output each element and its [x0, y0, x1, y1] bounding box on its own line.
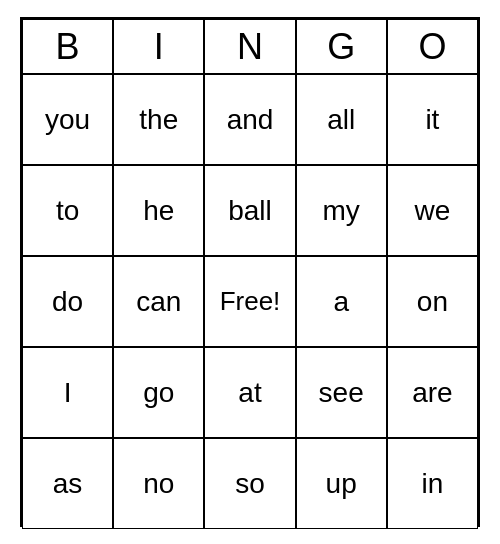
cell-free[interactable]: Free!: [204, 256, 295, 347]
cell-r2c3[interactable]: ball: [204, 165, 295, 256]
cell-r4c3[interactable]: at: [204, 347, 295, 438]
cell-r1c3[interactable]: and: [204, 74, 295, 165]
cell-r1c4[interactable]: all: [296, 74, 387, 165]
cell-r4c4[interactable]: see: [296, 347, 387, 438]
header-n: N: [204, 19, 295, 74]
cell-r5c3[interactable]: so: [204, 438, 295, 529]
cell-r3c2[interactable]: can: [113, 256, 204, 347]
cell-r1c2[interactable]: the: [113, 74, 204, 165]
header-i: I: [113, 19, 204, 74]
cell-r4c1[interactable]: I: [22, 347, 113, 438]
cell-r3c1[interactable]: do: [22, 256, 113, 347]
cell-r2c1[interactable]: to: [22, 165, 113, 256]
cell-r2c5[interactable]: we: [387, 165, 478, 256]
cell-r4c2[interactable]: go: [113, 347, 204, 438]
cell-r5c5[interactable]: in: [387, 438, 478, 529]
cell-r3c5[interactable]: on: [387, 256, 478, 347]
cell-r2c2[interactable]: he: [113, 165, 204, 256]
cell-r5c2[interactable]: no: [113, 438, 204, 529]
cell-r1c5[interactable]: it: [387, 74, 478, 165]
cell-r5c1[interactable]: as: [22, 438, 113, 529]
header-b: B: [22, 19, 113, 74]
cell-r3c4[interactable]: a: [296, 256, 387, 347]
cell-r4c5[interactable]: are: [387, 347, 478, 438]
cell-r1c1[interactable]: you: [22, 74, 113, 165]
header-o: O: [387, 19, 478, 74]
bingo-card: B I N G O you the and all it to he ball …: [20, 17, 480, 527]
cell-r2c4[interactable]: my: [296, 165, 387, 256]
header-g: G: [296, 19, 387, 74]
cell-r5c4[interactable]: up: [296, 438, 387, 529]
